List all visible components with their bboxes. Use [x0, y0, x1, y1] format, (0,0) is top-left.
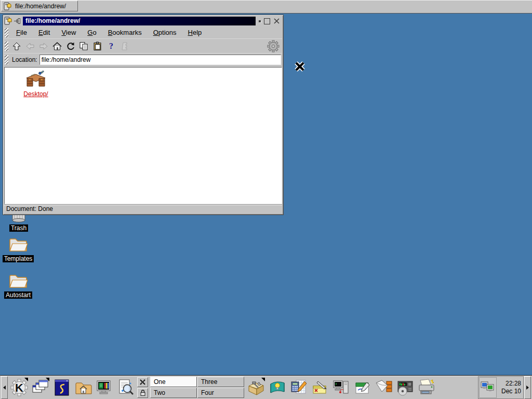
desktop-pager: One Two Three Four — [150, 377, 244, 398]
desktop: { "taskbar": { "task_label": "file:/home… — [0, 0, 532, 399]
home-directory-button[interactable] — [72, 377, 94, 398]
minimize-button[interactable] — [259, 20, 261, 22]
taskbar: file:/home/andrew/ — [0, 0, 532, 14]
lock-screen-button[interactable] — [137, 388, 148, 398]
pager-desktop-four[interactable]: Four — [197, 388, 244, 398]
desk-icon — [25, 71, 47, 89]
menu-view[interactable]: View — [56, 28, 81, 37]
clock-applet[interactable]: 22:28 Dec 10 — [478, 376, 524, 399]
file-item-desktop[interactable]: Desktop/ — [16, 71, 56, 98]
menu-edit[interactable]: Edit — [33, 28, 55, 37]
file-manager-window: file:/home/andrew/ File Edit View Go Boo… — [3, 15, 284, 215]
utilities-toolbox-button[interactable] — [245, 377, 267, 398]
home-button[interactable] — [50, 40, 64, 52]
window-title: file:/home/andrew/ — [23, 17, 256, 25]
find-files-button[interactable] — [115, 377, 136, 398]
task-button-file-manager[interactable]: file:/home/andrew/ — [1, 1, 78, 11]
desktop-icon-label: Autostart — [4, 291, 32, 299]
back-button-disabled[interactable] — [23, 40, 37, 52]
calculator-button[interactable] — [288, 377, 309, 398]
window-list-button[interactable] — [30, 377, 51, 398]
desktop-icon-templates[interactable]: Templates — [2, 235, 35, 262]
help-book-button[interactable] — [267, 377, 288, 398]
menubar-drag-handle[interactable] — [5, 28, 8, 37]
locationbar-drag-handle[interactable] — [5, 55, 8, 64]
desktop-icon-label: Trash — [9, 224, 28, 232]
kfm-icon — [4, 2, 12, 10]
copy-button[interactable] — [77, 40, 91, 52]
panel: K — [0, 375, 532, 399]
forward-button-disabled[interactable] — [37, 40, 50, 52]
left-arrow-icon — [3, 385, 6, 390]
titlebar[interactable]: file:/home/andrew/ — [4, 16, 282, 26]
maximize-button[interactable] — [264, 18, 270, 24]
clock-text: 22:28 Dec 10 — [497, 380, 523, 395]
menu-options[interactable]: Options — [148, 28, 182, 37]
paste-button[interactable] — [91, 40, 104, 52]
panel-hide-left-button[interactable] — [1, 376, 8, 399]
notes-button[interactable] — [309, 377, 330, 398]
right-arrow-icon — [526, 385, 529, 390]
cd-player-button[interactable] — [394, 377, 416, 398]
file-label[interactable]: Desktop/ — [23, 90, 48, 98]
statusbar: Document: Done — [4, 204, 282, 214]
pager-desktop-one[interactable]: One — [150, 377, 197, 387]
help-button[interactable]: ? — [104, 40, 118, 52]
location-input[interactable] — [39, 55, 281, 65]
desktop-icon-label: Templates — [3, 255, 34, 262]
remote-computer-button[interactable] — [330, 377, 352, 398]
up-button[interactable] — [10, 40, 23, 52]
mail-button[interactable] — [373, 377, 394, 398]
window-menu-icon[interactable] — [4, 17, 13, 25]
location-bar: Location: — [4, 54, 282, 66]
write-sign-button[interactable] — [352, 377, 373, 398]
menu-bookmarks[interactable]: Bookmarks — [103, 28, 147, 37]
clock-date: Dec 10 — [497, 388, 521, 395]
reload-button[interactable] — [64, 40, 77, 52]
monitors-icon[interactable] — [479, 377, 497, 398]
kde-gear-logo — [267, 40, 280, 52]
menu-file[interactable]: File — [11, 28, 32, 37]
folder-icon — [8, 271, 29, 290]
x-cursor — [294, 61, 305, 72]
file-view: Desktop/ — [4, 67, 282, 204]
terminal-icon-button[interactable] — [51, 377, 72, 398]
control-center-button[interactable] — [94, 377, 115, 398]
toolbar: ? — [4, 39, 282, 54]
location-label: Location: — [12, 56, 37, 63]
logout-button[interactable] — [137, 377, 148, 387]
pager-desktop-two[interactable]: Two — [150, 388, 197, 398]
menubar: File Edit View Go Bookmarks Options Help — [4, 26, 282, 39]
pager-desktop-three[interactable]: Three — [197, 377, 244, 387]
clock-time: 22:28 — [497, 380, 521, 388]
menu-help[interactable]: Help — [183, 28, 207, 37]
close-button[interactable] — [273, 18, 280, 24]
desktop-icon-autostart[interactable]: Autostart — [2, 271, 35, 299]
help-glyph: ? — [109, 42, 113, 51]
status-text: Document: Done — [6, 205, 53, 212]
stop-button-disabled[interactable] — [118, 40, 131, 52]
session-mini-buttons — [137, 377, 148, 398]
k-menu-button[interactable]: K — [8, 377, 30, 398]
titlebar-buttons — [257, 18, 282, 24]
toolbar-drag-handle[interactable] — [5, 42, 8, 51]
panel-hide-right-button[interactable] — [524, 376, 531, 399]
task-label: file:/home/andrew/ — [15, 3, 66, 10]
menu-go[interactable]: Go — [82, 28, 101, 37]
sticky-pin-icon[interactable] — [14, 18, 22, 24]
printer-button[interactable] — [416, 377, 437, 398]
k-glyph: K — [15, 381, 23, 394]
folder-icon — [8, 235, 29, 254]
